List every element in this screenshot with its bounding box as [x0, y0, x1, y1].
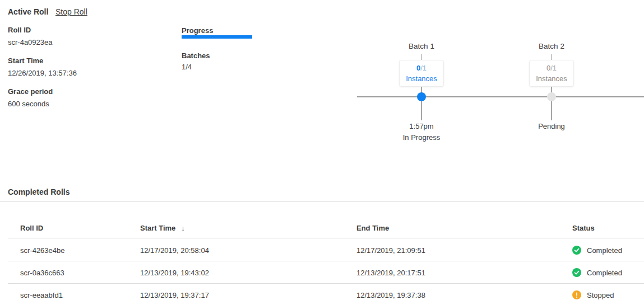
rollouts-page: Active Roll Stop Roll Roll ID scr-4a0923…: [0, 0, 644, 305]
row-roll-id: scr-4263e4be: [20, 246, 65, 255]
completed-roll-row: scr-eeaabfd1 12/13/2019, 19:37:17 12/13/…: [8, 284, 644, 305]
completed-rolls-table-header: Roll ID Start Time↓ End Time Status: [8, 219, 644, 238]
active-roll-title: Active Roll: [8, 7, 48, 16]
progress-bar-fill: [182, 35, 252, 39]
batch-1-stem: [421, 86, 422, 120]
start-time-value: 12/26/2019, 13:57:36: [8, 69, 165, 77]
row-end-time: 12/17/2019, 21:09:51: [356, 246, 425, 255]
col-header-end-time[interactable]: End Time: [356, 224, 389, 232]
batch-1-name: Batch 1: [377, 42, 466, 50]
col-header-roll-id[interactable]: Roll ID: [20, 224, 43, 232]
batch-1-tick: [421, 54, 422, 60]
row-start-time: 12/13/2019, 19:43:02: [140, 269, 209, 277]
batches-label: Batches: [182, 51, 210, 60]
batch-2-instance-count: 0/1: [546, 63, 557, 73]
start-time-label: Start Time: [8, 57, 165, 65]
roll-id-field: Roll ID scr-4a0923ea: [8, 26, 165, 46]
batch-1-time: 1:57pm: [377, 122, 466, 130]
row-roll-id: scr-eeaabfd1: [20, 291, 63, 299]
batch-1-marker-dot: [417, 92, 426, 101]
batch-2-instances-label: Instances: [536, 73, 567, 84]
completed-roll-row: scr-4263e4be 12/17/2019, 20:58:04 12/17/…: [8, 239, 644, 261]
completed-check-icon: [572, 246, 581, 255]
completed-roll-row: scr-0a36c663 12/13/2019, 19:43:02 12/13/…: [8, 261, 644, 284]
batch-2-group: Batch 2 0/1 Instances Pending: [507, 39, 596, 148]
batch-2-name: Batch 2: [507, 42, 596, 50]
grace-period-field: Grace period 600 seconds: [8, 87, 165, 108]
grace-period-label: Grace period: [8, 87, 165, 96]
row-status-label: Completed: [587, 269, 622, 277]
row-end-time: 12/13/2019, 19:37:38: [356, 291, 425, 299]
col-header-start-time-label: Start Time: [140, 224, 175, 232]
batch-1-group: Batch 1 0/1 Instances 1:57pm In Progress: [377, 39, 466, 148]
completed-check-icon: [572, 268, 581, 277]
batch-1-status: In Progress: [377, 133, 466, 142]
start-time-field: Start Time 12/26/2019, 13:57:36: [8, 57, 165, 77]
batch-1-instances-box[interactable]: 0/1 Instances: [399, 60, 444, 87]
col-header-status[interactable]: Status: [572, 224, 595, 232]
row-status: Completed: [572, 268, 622, 277]
grace-period-value: 600 seconds: [8, 100, 165, 108]
batch-2-time: Pending: [507, 122, 596, 130]
sort-descending-icon[interactable]: ↓: [181, 224, 185, 232]
row-status: Stopped: [572, 290, 614, 299]
batches-value: 1/4: [182, 63, 192, 71]
row-status: Completed: [572, 246, 622, 255]
batch-2-stem: [551, 86, 552, 120]
col-header-start-time[interactable]: Start Time↓: [140, 224, 185, 232]
batch-2-marker-dot: [547, 92, 556, 101]
stopped-warning-icon: [572, 290, 581, 299]
row-start-time: 12/13/2019, 19:37:17: [140, 291, 209, 299]
completed-rolls-title: Completed Rolls: [8, 187, 70, 196]
row-status-label: Completed: [587, 246, 622, 255]
batch-1-instances-label: Instances: [406, 73, 437, 84]
progress-label: Progress: [182, 26, 213, 35]
batch-2-tick: [551, 54, 552, 60]
roll-id-value: scr-4a0923ea: [8, 38, 165, 46]
row-roll-id: scr-0a36c663: [20, 269, 64, 277]
row-status-label: Stopped: [587, 291, 614, 299]
stop-roll-link[interactable]: Stop Roll: [55, 7, 87, 16]
row-start-time: 12/17/2019, 20:58:04: [140, 246, 209, 255]
row-end-time: 12/13/2019, 20:17:51: [356, 269, 425, 277]
batch-1-instance-count: 0/1: [416, 63, 427, 73]
batch-2-instances-box: 0/1 Instances: [529, 60, 574, 87]
roll-id-label: Roll ID: [8, 26, 165, 34]
section-divider: [0, 201, 644, 202]
progress-bar: [182, 35, 252, 39]
